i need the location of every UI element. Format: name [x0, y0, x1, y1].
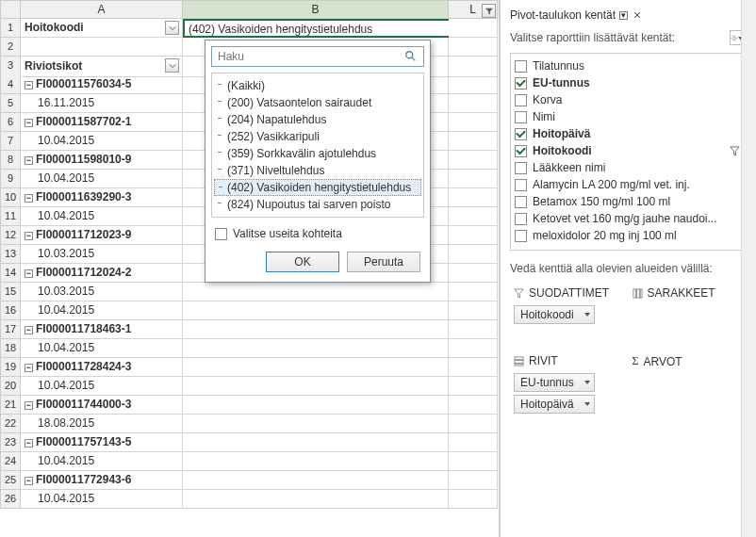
multi-checkbox[interactable] [215, 228, 227, 240]
cell[interactable] [183, 301, 449, 320]
cell[interactable] [449, 75, 498, 94]
collapse-icon[interactable]: − [25, 156, 33, 165]
field-item[interactable]: Ketovet vet 160 mg/g jauhe naudoi... [513, 210, 744, 227]
row-header[interactable]: 5 [0, 94, 21, 113]
row-header[interactable]: 2 [0, 38, 21, 57]
date-cell[interactable]: 10.04.2015 [21, 132, 183, 151]
field-item[interactable]: Hoitokoodi [513, 142, 744, 159]
row-header[interactable]: 21 [0, 396, 21, 415]
collapse-icon[interactable]: − [25, 364, 33, 372]
cell[interactable] [449, 38, 498, 57]
columns-area[interactable]: SARAKKEET [629, 281, 748, 349]
group-row[interactable]: −FI000011598010-9 [21, 151, 183, 170]
filter-item[interactable]: (371) Niveltulehdus [214, 162, 421, 179]
cell[interactable] [183, 433, 449, 452]
cell[interactable] [449, 320, 498, 339]
group-row[interactable]: −FI000011757143-5 [21, 433, 183, 452]
cell[interactable] [183, 320, 449, 339]
row-header[interactable]: 16 [0, 301, 21, 320]
cell[interactable] [449, 245, 498, 264]
cell[interactable] [449, 207, 498, 226]
date-cell[interactable]: 10.04.2015 [21, 377, 183, 396]
cell[interactable] [449, 283, 498, 301]
field-checkbox[interactable] [515, 196, 527, 208]
select-all-corner[interactable] [0, 0, 21, 19]
row-header[interactable]: 20 [0, 377, 21, 396]
cell[interactable] [449, 113, 498, 132]
field-item[interactable]: Korva [513, 91, 744, 108]
row-header[interactable]: 25 [0, 471, 21, 490]
multi-select-option[interactable]: Valitse useita kohteita [215, 227, 420, 240]
row-header[interactable]: 7 [0, 132, 21, 151]
row-header[interactable]: 1 [0, 19, 21, 38]
filter-search-input[interactable]: Haku [211, 46, 424, 67]
cell[interactable] [449, 94, 498, 113]
field-item[interactable]: Tilatunnus [513, 57, 744, 74]
pivot-header-A[interactable]: Hoitokoodi [21, 19, 183, 38]
row-header[interactable]: 8 [0, 151, 21, 170]
row-header[interactable]: 26 [0, 490, 21, 509]
cancel-button[interactable]: Peruuta [347, 252, 420, 272]
cell[interactable] [183, 339, 449, 358]
row-header[interactable]: 9 [0, 170, 21, 188]
filter-item[interactable]: (Kaikki) [214, 77, 421, 94]
row-pill-1[interactable]: EU-tunnus [514, 373, 595, 392]
cell[interactable] [449, 339, 498, 358]
cell[interactable] [183, 377, 449, 396]
row-header[interactable]: 6 [0, 113, 21, 132]
cell[interactable] [449, 151, 498, 170]
row-header[interactable]: 12 [0, 226, 21, 245]
field-checkbox[interactable] [515, 60, 527, 73]
filter-item[interactable]: (200) Vatsaontelon sairaudet [214, 94, 421, 111]
col-header-A[interactable]: A [21, 0, 183, 19]
group-row[interactable]: −FI000011728424-3 [21, 358, 183, 377]
row-header[interactable]: 10 [0, 188, 21, 207]
group-row[interactable]: −FI000011639290-3 [21, 188, 183, 207]
date-cell[interactable]: 10.04.2015 [21, 339, 183, 358]
filter-item[interactable]: (402) Vasikoiden hengitystietulehdus [214, 179, 421, 196]
cell[interactable] [183, 415, 449, 433]
cell[interactable]: (402) Vasikoiden hengitystietulehdus [183, 19, 449, 38]
date-cell[interactable]: 10.04.2015 [21, 490, 183, 509]
collapse-icon[interactable]: − [25, 477, 33, 485]
ok-button[interactable]: OK [266, 252, 339, 272]
field-item[interactable]: EU-tunnus [513, 74, 744, 91]
filter-pill[interactable]: Hoitokoodi [514, 305, 595, 324]
group-row[interactable]: −FI000011576034-5 [21, 75, 183, 94]
field-checkbox[interactable] [515, 230, 527, 242]
rows-area[interactable]: RIVIT EU-tunnus Hoitopäivä [510, 349, 629, 431]
row-pill-2[interactable]: Hoitopäivä [514, 395, 595, 414]
field-item[interactable]: Nimi [513, 108, 744, 125]
filter-dropdown-icon[interactable] [165, 21, 179, 35]
filter-item[interactable]: (824) Nupoutus tai sarven poisto [214, 196, 421, 213]
filter-item[interactable]: (204) Napatulehdus [214, 111, 421, 128]
cell[interactable] [449, 377, 498, 396]
date-cell[interactable]: 10.03.2015 [21, 245, 183, 264]
group-row[interactable]: −FI000011744000-3 [21, 396, 183, 415]
row-header[interactable]: 24 [0, 452, 21, 471]
filter-dropdown-icon[interactable] [482, 4, 496, 18]
field-checkbox[interactable] [515, 94, 527, 106]
cell[interactable] [449, 19, 498, 38]
cell[interactable] [21, 38, 183, 57]
field-item[interactable]: Hoitopäivä [513, 125, 744, 142]
cell[interactable] [449, 433, 498, 452]
cell[interactable] [449, 490, 498, 509]
cell[interactable] [183, 452, 449, 471]
filter-dropdown-icon[interactable] [165, 58, 179, 73]
row-header[interactable]: 19 [0, 358, 21, 377]
pane-scrollbar[interactable] [741, 0, 756, 537]
row-header[interactable]: 14 [0, 264, 21, 283]
collapse-icon[interactable]: − [25, 232, 33, 240]
row-header[interactable]: 17 [0, 320, 21, 339]
cell[interactable] [183, 490, 449, 509]
collapse-icon[interactable]: − [25, 269, 33, 278]
cell[interactable] [449, 301, 498, 320]
group-row[interactable]: −FI000011718463-1 [21, 320, 183, 339]
collapse-icon[interactable]: − [25, 439, 33, 448]
collapse-icon[interactable]: − [25, 194, 33, 203]
row-header[interactable]: 18 [0, 339, 21, 358]
cell[interactable] [449, 264, 498, 283]
cell[interactable] [449, 396, 498, 415]
cell[interactable] [449, 132, 498, 151]
